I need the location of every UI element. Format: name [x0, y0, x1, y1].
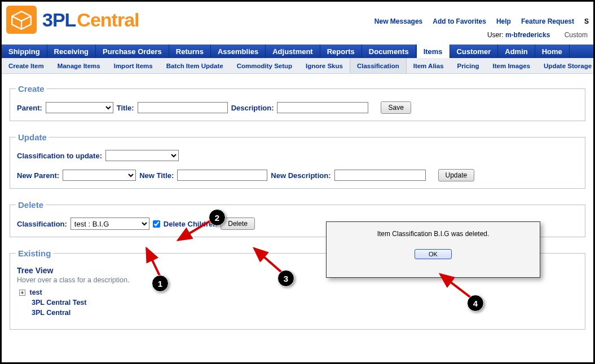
- annotation-3: 3: [277, 270, 294, 287]
- svg-line-7: [440, 274, 471, 298]
- user-value: m-bfredericks: [505, 31, 550, 39]
- main-nav: Shipping Receiving Purchase Orders Retur…: [2, 45, 593, 58]
- subnav-create-item[interactable]: Create Item: [2, 58, 51, 74]
- delete-button[interactable]: Delete: [221, 217, 255, 230]
- update-legend: Update: [16, 132, 49, 142]
- update-class-label: Classification to update:: [17, 152, 102, 160]
- update-fieldset: Update Classification to update: New Par…: [10, 132, 585, 189]
- subnav-item-alias[interactable]: Item Alias: [407, 58, 451, 74]
- subnav-classification[interactable]: Classification: [350, 58, 407, 74]
- tree-item[interactable]: 3PL Central Test: [29, 298, 578, 308]
- update-newdesc-input[interactable]: [334, 170, 426, 181]
- tree-item-root[interactable]: + test: [17, 287, 578, 298]
- brand-logo-icon: [6, 6, 37, 34]
- existing-legend: Existing: [16, 248, 53, 258]
- dialog-ok-button[interactable]: OK: [415, 249, 452, 259]
- update-newparent-select[interactable]: [63, 170, 136, 181]
- update-class-select[interactable]: [105, 150, 179, 161]
- nav-reports[interactable]: Reports: [320, 45, 362, 58]
- create-parent-select[interactable]: [46, 102, 113, 113]
- subnav-update-storage[interactable]: Update Storage Ra: [537, 58, 593, 74]
- brand-wordmark: 3PL Central: [42, 9, 139, 31]
- nav-adjustment[interactable]: Adjustment: [266, 45, 320, 58]
- top-links: New Messages Add to Favorites Help Featu…: [374, 14, 589, 25]
- nav-returns[interactable]: Returns: [169, 45, 211, 58]
- svg-line-1: [147, 248, 160, 276]
- tree-item[interactable]: 3PL Central: [29, 308, 578, 318]
- subnav-commodity-setup[interactable]: Commodity Setup: [230, 58, 299, 74]
- nav-home[interactable]: Home: [535, 45, 570, 58]
- annotation-1: 1: [152, 275, 169, 292]
- brand-text-1: 3PL: [42, 9, 76, 31]
- subnav-batch-item-update[interactable]: Batch Item Update: [160, 58, 230, 74]
- svg-line-3: [178, 221, 210, 240]
- svg-line-5: [254, 248, 281, 272]
- annotation-2: 2: [209, 209, 226, 226]
- tree-expand-icon[interactable]: +: [19, 290, 25, 296]
- nav-assemblies[interactable]: Assemblies: [211, 45, 266, 58]
- nav-items[interactable]: Items: [416, 45, 450, 58]
- tree-item-label: test: [29, 288, 42, 296]
- delete-legend: Delete: [16, 200, 46, 210]
- update-button[interactable]: Update: [438, 169, 475, 181]
- nav-customer[interactable]: Customer: [450, 45, 499, 58]
- user-row: User: m-bfredericks Custom: [487, 31, 588, 39]
- delete-children-checkbox[interactable]: [153, 220, 160, 228]
- link-feature-request[interactable]: Feature Request: [521, 17, 574, 25]
- subnav-item-images[interactable]: Item Images: [486, 58, 537, 74]
- create-title-input[interactable]: [138, 102, 228, 113]
- user-label: User:: [487, 31, 504, 39]
- subnav-pricing[interactable]: Pricing: [451, 58, 486, 74]
- subnav-manage-items[interactable]: Manage Items: [51, 58, 107, 74]
- annotation-arrow-1: [140, 243, 168, 279]
- link-new-messages[interactable]: New Messages: [374, 17, 422, 25]
- customer-trail: Custom: [565, 31, 588, 39]
- update-newtitle-input[interactable]: [177, 170, 267, 181]
- create-desc-input[interactable]: [277, 102, 368, 113]
- update-newtitle-label: New Title:: [139, 171, 174, 180]
- link-help[interactable]: Help: [496, 17, 511, 25]
- brand-text-2: Central: [77, 9, 139, 31]
- create-title-label: Title:: [117, 104, 134, 112]
- sub-nav: Create Item Manage Items Import Items Ba…: [2, 58, 593, 74]
- update-newdesc-label: New Description:: [271, 171, 330, 180]
- annotation-arrow-2: [174, 219, 216, 247]
- create-desc-label: Description:: [231, 104, 274, 112]
- update-newparent-label: New Parent:: [17, 171, 59, 180]
- toplink-trail: S: [584, 17, 589, 25]
- link-add-favorites[interactable]: Add to Favorites: [433, 17, 486, 25]
- nav-purchase-orders[interactable]: Purchase Orders: [96, 45, 169, 58]
- create-parent-label: Parent:: [17, 104, 42, 112]
- header: 3PL Central New Messages Add to Favorite…: [2, 2, 593, 34]
- create-legend: Create: [16, 84, 47, 94]
- dialog-message: Item Classification B.I.G was deleted.: [327, 222, 540, 243]
- nav-documents[interactable]: Documents: [362, 45, 416, 58]
- subnav-import-items[interactable]: Import Items: [107, 58, 160, 74]
- delete-class-label: Classification:: [17, 220, 67, 228]
- create-fieldset: Create Parent: Title: Description: Save: [10, 84, 585, 121]
- nav-admin[interactable]: Admin: [498, 45, 535, 58]
- annotation-4: 4: [467, 295, 484, 312]
- save-button[interactable]: Save: [381, 101, 411, 114]
- delete-class-select[interactable]: test : B.I.G: [70, 217, 149, 230]
- subnav-ignore-skus[interactable]: Ignore Skus: [299, 58, 350, 74]
- nav-shipping[interactable]: Shipping: [2, 45, 47, 58]
- confirmation-dialog: Item Classification B.I.G was deleted. O…: [326, 221, 540, 278]
- nav-receiving[interactable]: Receiving: [47, 45, 96, 58]
